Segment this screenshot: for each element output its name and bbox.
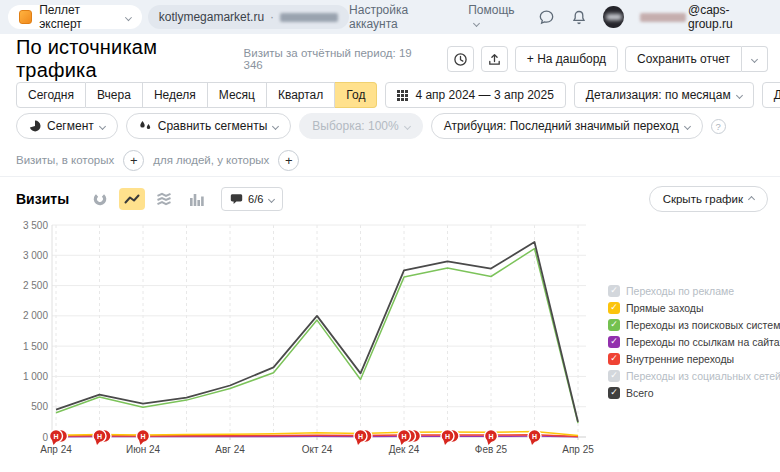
legend-item[interactable]: ✓Всего — [608, 386, 776, 399]
legend-checkbox-icon[interactable]: ✓ — [608, 319, 620, 331]
visits-period-label: Визиты за отчётный период: 19 346 — [244, 47, 434, 71]
people-condition-label: для людей, у которых — [153, 154, 269, 166]
chevron-down-icon — [684, 122, 691, 129]
period-button[interactable]: Вчера — [86, 82, 143, 108]
save-report-dropdown-button[interactable] — [742, 46, 768, 72]
page-title: По источникам трафика — [16, 36, 244, 82]
data-mode-dropdown[interactable]: Данные: с роботами — [762, 82, 780, 108]
legend-checkbox-icon[interactable]: ✓ — [608, 336, 620, 348]
add-to-dashboard-button[interactable]: + На дашборд — [515, 46, 618, 72]
svg-text:2 000: 2 000 — [23, 310, 48, 321]
period-button[interactable]: Квартал — [267, 82, 335, 108]
save-report-button[interactable]: Сохранить отчет — [625, 46, 742, 72]
annotations-dropdown[interactable]: 6/6 — [221, 187, 283, 211]
compare-segments-icon — [139, 120, 152, 132]
bar-chart-type-button[interactable] — [183, 188, 209, 210]
dot-separator: · — [270, 10, 274, 24]
chat-icon[interactable] — [538, 8, 555, 26]
export-icon — [487, 52, 502, 67]
counter-logo-icon — [19, 10, 32, 24]
chevron-down-icon — [751, 55, 758, 62]
attribution-dropdown[interactable]: Атрибуция: Последний значимый переход — [431, 113, 703, 139]
user-email[interactable]: @caps-group.ru — [640, 3, 768, 31]
add-visit-condition-button[interactable]: + — [123, 150, 144, 171]
chevron-down-icon — [404, 122, 411, 129]
line-chart-type-button[interactable] — [119, 188, 145, 210]
legend-label: Всего — [626, 387, 654, 399]
period-button[interactable]: Сегодня — [16, 82, 86, 108]
report-title-row: По источникам трафика Визиты за отчётный… — [16, 44, 768, 74]
line-chart-icon — [124, 193, 140, 205]
metric-label: Визиты — [16, 191, 69, 207]
clock-icon — [453, 52, 468, 67]
history-clock-button[interactable] — [447, 46, 474, 72]
export-button[interactable] — [481, 46, 508, 72]
stacked-area-icon — [156, 192, 172, 206]
chevron-down-icon — [736, 91, 743, 98]
legend-checkbox-icon[interactable]: ✓ — [608, 353, 620, 365]
stacked-area-type-button[interactable] — [151, 188, 177, 210]
legend-label: Прямые заходы — [626, 302, 704, 314]
period-button[interactable]: Месяц — [208, 82, 267, 108]
legend-label: Переходы из поисковых систем — [626, 319, 780, 331]
svg-text:Н: Н — [401, 433, 406, 440]
svg-text:Апр 24: Апр 24 — [40, 444, 72, 455]
legend-item[interactable]: ✓Внутренние переходы — [608, 352, 776, 365]
counter-switcher[interactable]: Пеллет эксперт — [8, 5, 142, 29]
svg-text:Н: Н — [53, 433, 58, 440]
svg-text:Н: Н — [97, 433, 102, 440]
user-avatar[interactable] — [603, 6, 623, 28]
period-filter-row: СегодняВчераНеделяМесяцКварталГод 4 апр … — [16, 82, 780, 108]
line-chart-canvas[interactable]: 05001 0001 5002 0002 5003 0003 500Апр 24… — [8, 216, 596, 468]
legend-checkbox-icon[interactable]: ✓ — [608, 285, 620, 297]
calendar-grid-icon — [397, 90, 408, 101]
add-people-condition-button[interactable]: + — [278, 150, 299, 171]
site-domain-pill[interactable]: kotlymegamarket.ru · — [148, 5, 349, 29]
chevron-down-icon — [125, 14, 132, 21]
svg-text:Н: Н — [358, 433, 363, 440]
metrica-traffic-sources-screen: Пеллет эксперт kotlymegamarket.ru · Наст… — [0, 0, 780, 472]
account-settings-link[interactable]: Настройка аккаунта — [349, 3, 452, 31]
legend-item[interactable]: ✓Переходы по рекламе — [608, 284, 776, 297]
hide-chart-button[interactable]: Скрыть график — [649, 186, 768, 212]
legend-checkbox-icon[interactable]: ✓ — [608, 387, 620, 399]
date-range-button[interactable]: 4 апр 2024 — 3 апр 2025 — [385, 82, 565, 108]
chevron-down-icon — [99, 122, 106, 129]
period-button[interactable]: Неделя — [143, 82, 208, 108]
legend-label: Переходы по ссылкам на сайтах — [626, 336, 780, 348]
legend-item[interactable]: ✓Переходы по ссылкам на сайтах — [608, 335, 776, 348]
pie-chart-icon — [93, 192, 107, 206]
comment-icon — [230, 193, 243, 205]
sampling-dropdown[interactable]: Выборка: 100% — [299, 113, 422, 139]
legend-item[interactable]: ✓Переходы из поисковых систем — [608, 318, 776, 331]
segment-pie-icon — [29, 120, 41, 132]
save-report-split-button: Сохранить отчет — [625, 46, 768, 72]
help-icon[interactable]: ? — [711, 119, 726, 134]
traffic-chart[interactable]: 05001 0001 5002 0002 5003 0003 500Апр 24… — [8, 216, 596, 468]
svg-text:Авг 24: Авг 24 — [215, 444, 245, 455]
topbar-right: Настройка аккаунта Помощь @caps-group.ru — [349, 3, 768, 31]
title-actions: Визиты за отчётный период: 19 346 + На д… — [244, 46, 768, 72]
legend-checkbox-icon[interactable]: ✓ — [608, 370, 620, 382]
counter-name: Пеллет эксперт — [39, 3, 120, 31]
chart-legend: ✓Переходы по рекламе✓Прямые заходы✓Перех… — [608, 284, 776, 403]
legend-item[interactable]: ✓Переходы из социальных сетей — [608, 369, 776, 382]
notifications-bell-icon[interactable] — [571, 8, 588, 26]
chevron-down-icon — [268, 195, 275, 202]
chevron-down-icon — [473, 20, 480, 27]
compare-segments-dropdown[interactable]: Сравнить сегменты — [126, 113, 292, 139]
annotations-count: 6/6 — [248, 193, 263, 205]
svg-text:Апр 25: Апр 25 — [562, 444, 594, 455]
help-menu[interactable]: Помощь — [468, 3, 521, 31]
svg-text:1 500: 1 500 — [23, 341, 48, 352]
svg-text:2 500: 2 500 — [23, 280, 48, 291]
conditions-row: Визиты, в которых + для людей, у которых… — [16, 149, 299, 171]
period-button[interactable]: Год — [335, 82, 377, 108]
detalization-dropdown[interactable]: Детализация: по месяцам — [574, 82, 754, 108]
legend-item[interactable]: ✓Прямые заходы — [608, 301, 776, 314]
legend-checkbox-icon[interactable]: ✓ — [608, 302, 620, 314]
svg-text:Н: Н — [488, 433, 493, 440]
svg-text:1 000: 1 000 — [23, 371, 48, 382]
pie-chart-type-button[interactable] — [87, 188, 113, 210]
segment-dropdown[interactable]: Сегмент — [16, 113, 118, 139]
